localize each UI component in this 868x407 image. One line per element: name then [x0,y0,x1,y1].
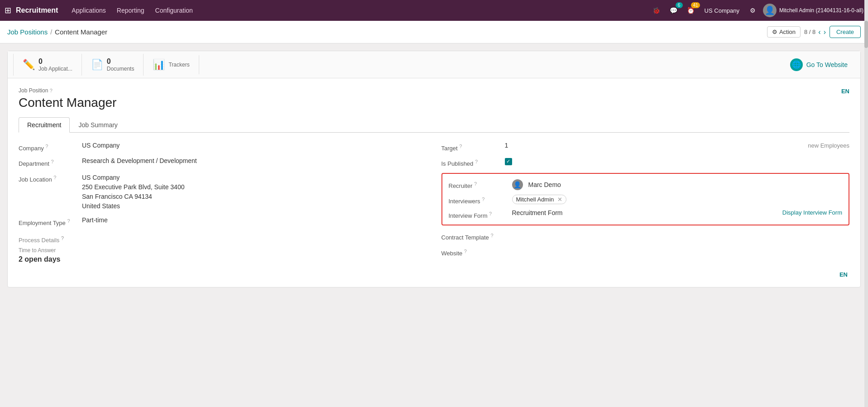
display-interview-form-link[interactable]: Display Interview Form [782,209,842,216]
target-value: 1 new Employees [505,142,850,149]
position-help-icon[interactable]: ? [50,88,53,93]
interviewer-name: Mitchell Admin [516,196,554,203]
time-to-answer-label: Time to Answer [19,247,427,254]
pencil-icon: ✏️ [23,59,35,71]
recruiter-value[interactable]: 👤 Marc Demo [512,179,843,190]
scroll-thumb[interactable] [864,21,868,48]
action-button[interactable]: ⚙ Action [767,26,801,38]
job-location-help-icon[interactable]: ? [53,175,56,180]
bug-icon-btn[interactable]: 🐞 [649,3,664,18]
job-applicants-count: 0 [38,57,72,66]
department-field: Department ? Research & Development / De… [19,157,427,167]
scrollbar[interactable] [864,0,868,295]
job-applicants-button[interactable]: ✏️ 0 Job Applicat... [13,54,82,76]
department-help-icon[interactable]: ? [51,159,54,164]
addr-line-2: 250 Executive Park Blvd, Suite 3400 [82,182,427,192]
clock-icon-btn[interactable]: ⏰ 41 [684,3,698,18]
nav-reporting[interactable]: Reporting [112,5,149,16]
nav-applications[interactable]: Applications [67,5,110,16]
clock-badge: 41 [691,2,700,8]
breadcrumb-current: Content Manager [55,28,107,36]
company-help-icon[interactable]: ? [45,144,48,149]
user-label: Mitchell Admin (21404131-16-0-all) [779,7,863,14]
interviewer-tag[interactable]: Mitchell Admin ✕ [512,195,567,204]
interview-form-label: Interview Form ? [449,209,512,219]
grid-icon[interactable]: ⊞ [5,5,11,15]
interviewers-help-icon[interactable]: ? [482,196,484,202]
go-to-website-button[interactable]: 🌐 Go To Website [783,55,855,75]
highlighted-fields-box: Recruiter ? 👤 Marc Demo [441,173,850,226]
recruiter-help-icon[interactable]: ? [474,181,477,187]
interview-form-help-icon[interactable]: ? [489,211,492,216]
is-published-label: Is Published ? [441,157,505,167]
next-record-button[interactable]: › [824,28,826,36]
interview-form-field: Interview Form ? Recruitment Form Displa… [449,209,843,219]
lang-badge-top[interactable]: EN [841,88,849,95]
interview-form-value: Recruitment Form Display Interview Form [512,209,843,216]
interviewers-label: Interviewers ? [449,195,512,205]
form-tabs: Recruitment Job Summary [19,117,849,133]
action-label: Action [779,29,796,35]
settings-icon: ⚙ [750,7,756,14]
recruiter-name: Marc Demo [528,181,561,188]
company-label: US Company [705,7,739,14]
recruiter-label: Recruiter ? [449,179,512,189]
chart-icon: 📊 [153,59,165,71]
gear-icon: ⚙ [772,29,777,35]
time-to-answer-value: 2 open days [19,255,427,263]
contract-template-label: Contract Template ? [441,231,505,241]
record-position: 8 / 8 [804,29,815,35]
remove-interviewer-icon[interactable]: ✕ [557,196,562,203]
record-nav: 8 / 8 ‹ › [804,28,826,36]
lang-badge-bottom[interactable]: EN [839,271,849,278]
website-help-icon[interactable]: ? [464,249,467,254]
tab-job-summary[interactable]: Job Summary [70,117,126,133]
documents-count: 0 [107,57,134,66]
job-location-field: Job Location ? US Company 250 Executive … [19,173,427,211]
chat-icon-btn[interactable]: 💬 6 [667,3,681,18]
process-details-label: Process Details [19,237,59,244]
breadcrumb-bar: Job Positions / Content Manager ⚙ Action… [0,21,868,43]
trackers-label: Trackers [168,62,189,68]
contract-template-help-icon[interactable]: ? [490,233,493,238]
website-label: Website ? [441,247,505,257]
left-column: Company ? US Company Department ? Resear… [19,142,427,263]
documents-label: Documents [107,66,134,72]
addr-line-1: US Company [82,173,427,182]
breadcrumb: Job Positions / Content Manager [7,28,767,36]
company-field: Company ? US Company [19,142,427,152]
target-label: Target ? [441,142,505,152]
target-field: Target ? 1 new Employees [441,142,850,152]
prev-record-button[interactable]: ‹ [818,28,820,36]
smart-buttons-row: ✏️ 0 Job Applicat... 📄 0 Documents 📊 Tra… [8,51,860,78]
documents-button[interactable]: 📄 0 Documents [82,54,144,76]
employment-type-value: Part-time [82,216,427,224]
company-label: Company ? [19,142,82,152]
user-avatar[interactable]: 👤 [763,4,777,17]
settings-icon-btn[interactable]: ⚙ [746,3,760,18]
create-button[interactable]: Create [830,26,861,38]
target-suffix: new Employees [808,142,849,149]
employment-type-help-icon[interactable]: ? [67,218,70,224]
interview-form-name: Recruitment Form [512,209,563,216]
website-field: Website ? [441,247,850,257]
breadcrumb-parent[interactable]: Job Positions [7,28,48,36]
document-icon: 📄 [91,59,103,71]
employment-type-label: Employment Type ? [19,216,82,226]
top-nav: ⊞ Recruitment Applications Reporting Con… [0,0,868,21]
nav-configuration[interactable]: Configuration [151,5,197,16]
trackers-button[interactable]: 📊 Trackers [144,55,199,74]
form-card: ✏️ 0 Job Applicat... 📄 0 Documents 📊 Tra… [7,51,861,287]
interviewers-field: Interviewers ? Mitchell Admin ✕ [449,195,843,205]
content-area: ✏️ 0 Job Applicat... 📄 0 Documents 📊 Tra… [0,43,868,295]
process-details-help-icon[interactable]: ? [61,235,64,241]
target-help-icon[interactable]: ? [459,144,462,149]
is-published-help-icon[interactable]: ? [475,159,478,164]
right-column: Target ? 1 new Employees Is Published ? [441,142,850,263]
company-value: US Company [82,142,427,149]
is-published-checkbox[interactable]: ✓ [505,158,512,165]
addr-line-3: San Francisco CA 94134 [82,192,427,201]
chat-icon: 💬 [670,7,677,14]
tab-recruitment[interactable]: Recruitment [19,117,70,133]
department-label: Department ? [19,157,82,167]
